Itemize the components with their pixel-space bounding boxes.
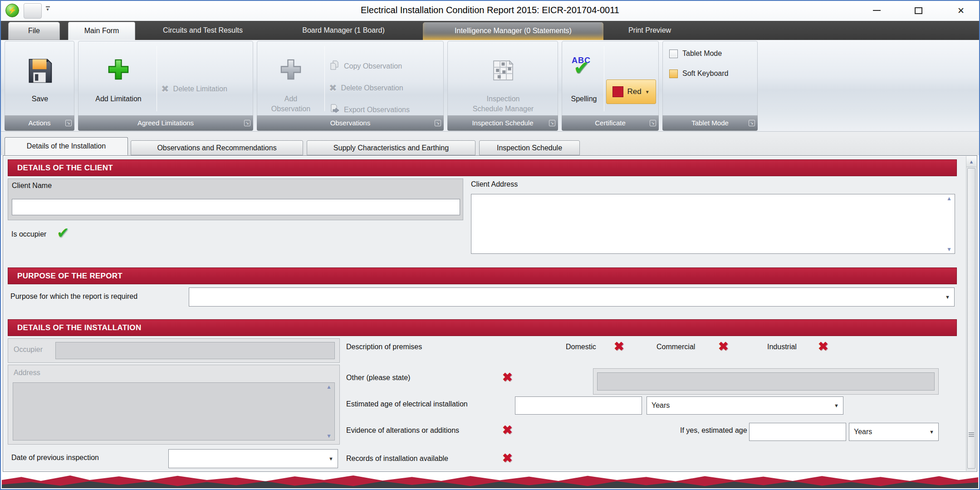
certificate-colour-dropdown[interactable]: Red ▼ [606,79,656,104]
spelling-label: Spelling [565,94,603,104]
ribbon-group-observations: AddObservation Copy Observation ✖ Delete… [257,41,444,131]
tab-circuits-and-test-results[interactable]: Circuits and Test Results [137,21,269,40]
dialog-launcher-icon[interactable]: ↘ [65,120,72,126]
dialog-launcher-icon[interactable]: ↘ [749,120,755,126]
tab-details-of-the-installation[interactable]: Details of the Installation [5,137,128,155]
copy-observation-button: Copy Observation [329,59,441,74]
client-address-textarea[interactable]: ▲ ▼ [471,194,955,254]
app-window: ⚡ ▾ Electrical Installation Condition Re… [0,0,980,490]
floppy-disk-icon [10,58,69,84]
delete-x-icon: ✖ [161,84,169,94]
save-button[interactable]: Save [10,44,69,115]
client-name-input[interactable] [12,199,460,215]
soft-keyboard-checkbox[interactable] [669,69,678,78]
tab-supply-characteristics-and-earthing[interactable]: Supply Characteristics and Earthing [307,140,475,155]
scroll-up-icon[interactable]: ▲ [946,195,952,202]
delete-observation-label: Delete Observation [341,84,403,92]
minimize-icon [873,10,881,11]
combo-arrow-icon: ▼ [945,294,950,300]
scroll-down-icon[interactable]: ▼ [946,246,952,252]
industrial-cross-icon[interactable]: ✖ [818,339,828,354]
scrollbar-grip-icon [969,432,974,438]
tab-board-manager[interactable]: Board Manager (1 Board) [278,21,409,40]
tab-print-preview[interactable]: Print Preview [604,21,695,40]
ribbon: Save Actions↘ Add Limitation ✖ Delete Li… [1,40,979,132]
client-address-scrollbar[interactable]: ▲ ▼ [945,195,954,252]
evidence-of-alterations-label: Evidence of alterations or additions [346,426,459,435]
green-plus-icon [82,58,155,81]
inspection-schedule-manager-button: InspectionSchedule Manager [458,44,549,115]
date-previous-inspection-combobox[interactable]: ▼ [168,449,338,468]
records-cross-icon[interactable]: ✖ [502,451,513,465]
scroll-up-icon: ▲ [326,384,332,390]
inspection-schedule-manager-label-2: Schedule Manager [473,105,534,113]
title-bar: ⚡ ▾ Electrical Installation Condition Re… [1,1,979,21]
copy-pages-icon [329,60,340,73]
purpose-combobox[interactable]: ▼ [189,287,955,307]
dialog-launcher-icon[interactable]: ↘ [244,120,250,126]
delete-limitation-label: Delete Limitation [173,85,227,93]
ribbon-group-actions: Save Actions↘ [5,41,74,131]
dialog-launcher-icon[interactable]: ↘ [650,120,656,126]
dialog-launcher-icon[interactable]: ↘ [549,120,555,126]
tablet-mode-checkbox[interactable] [669,49,678,58]
client-name-panel: Client Name [8,178,463,220]
tablet-mode-checkbox-row[interactable]: Tablet Mode [669,49,722,59]
group-caption-certificate: Certificate↘ [562,115,659,131]
ribbon-group-inspection-schedule: InspectionSchedule Manager Inspection Sc… [447,41,558,131]
scrollbar-thumb[interactable] [967,168,975,469]
spell-check-icon: ABC ✔ [571,58,597,84]
commercial-label: Commercial [657,343,695,351]
maximize-button[interactable] [908,4,928,17]
scroll-up-icon[interactable]: ▲ [966,156,976,167]
estimated-age-unit-combobox[interactable]: Years ▼ [647,396,843,415]
group-caption-tablet-mode: Tablet Mode↘ [662,115,758,131]
commercial-cross-icon[interactable]: ✖ [718,339,729,354]
other-please-state-label: Other (please state) [346,374,410,382]
dialog-launcher-icon[interactable]: ↘ [435,120,441,126]
is-occupier-check-icon[interactable]: ✔ [57,224,69,242]
red-colour-swatch-icon [612,86,623,97]
ribbon-group-tablet-mode: Tablet Mode Soft Keyboard Tablet Mode↘ [662,41,758,131]
save-label: Save [10,94,69,104]
evidence-cross-icon[interactable]: ✖ [502,423,513,437]
domestic-cross-icon[interactable]: ✖ [614,339,624,354]
group-caption-actions: Actions↘ [5,115,74,131]
spelling-button[interactable]: ABC ✔ Spelling [565,44,603,115]
other-cross-icon[interactable]: ✖ [502,370,513,385]
main-scrollbar[interactable]: ▲ [966,156,976,471]
colour-value: Red [627,87,641,96]
export-observations-label: Export Observations [344,106,410,114]
section-header-details-of-the-installation: DETAILS OF THE INSTALLATION [8,319,957,336]
tab-file[interactable]: File [8,22,60,40]
add-observation-label-1: Add [284,95,297,103]
domestic-label: Domestic [566,343,596,351]
other-panel [593,368,939,395]
section-header-details-of-the-client: DETAILS OF THE CLIENT [8,159,957,176]
add-limitation-button[interactable]: Add Limitation [82,44,155,115]
window-title: Electrical Installation Condition Report… [1,5,979,15]
ribbon-group-agreed-limitations: Add Limitation ✖ Delete Limitation Agree… [78,41,253,131]
client-address-label: Client Address [471,180,518,188]
occupier-panel: Occupier [8,338,340,363]
tablet-mode-label: Tablet Mode [682,49,722,58]
minimize-button[interactable] [867,4,887,17]
soft-keyboard-checkbox-row[interactable]: Soft Keyboard [669,69,728,79]
tab-inspection-schedule[interactable]: Inspection Schedule [479,140,580,155]
tab-observations-and-recommendations[interactable]: Observations and Recommendations [131,140,303,155]
if-yes-unit-combobox[interactable]: Years ▼ [849,423,939,441]
add-observation-label-2: Observation [271,105,310,113]
section-header-purpose-of-the-report: PURPOSE OF THE REPORT [8,267,957,284]
description-of-premises-label: Description of premises [346,343,422,351]
estimated-age-input[interactable] [515,396,642,415]
is-occupier-label: Is occupier [11,230,46,238]
group-caption-agreed-limitations: Agreed Limitations↘ [78,115,253,131]
tab-main-form[interactable]: Main Form [68,22,135,40]
torn-edge-decoration [2,470,978,488]
export-page-arrow-icon [329,104,340,116]
close-button[interactable]: ✕ [951,4,971,17]
ribbon-tab-row: File Main Form Circuits and Test Results… [1,21,979,40]
if-yes-estimated-age-input[interactable] [749,423,846,441]
delete-observation-button: ✖ Delete Observation [329,80,441,96]
tab-intelligence-manager[interactable]: Intelligence Manager (0 Statements) [423,22,603,40]
